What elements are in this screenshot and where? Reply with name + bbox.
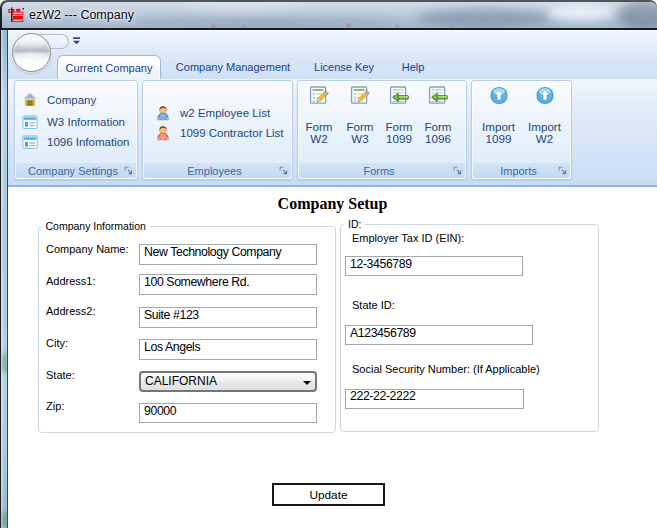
window-title: ezW2 --- Company (29, 2, 134, 28)
ribbon-body: Company W3 Information (8, 79, 657, 187)
city-label: City: (46, 337, 68, 350)
ribbon-item-label: FormW2 (296, 121, 342, 144)
w3-information-button[interactable]: W3 Information (22, 112, 125, 132)
update-button[interactable]: Update (272, 483, 385, 506)
address2-label: Address2: (46, 305, 96, 318)
group-caption: Forms (299, 163, 465, 178)
ribbon-group-imports: Import1099 ImportW2 Imports (471, 80, 572, 180)
ribbon-item-label: w2 Employee List (180, 107, 270, 119)
tab-current-company[interactable]: Current Company (57, 55, 161, 79)
glass-speck (347, 24, 350, 27)
state-select[interactable]: CALIFORNIA (139, 371, 317, 392)
ribbon-item-label: W3 Information (47, 116, 125, 128)
title-bar[interactable]: ezW2 --- Company (0, 0, 657, 30)
form-w3-button[interactable]: FormW3 (341, 83, 379, 161)
company-name-label: Company Name: (46, 243, 129, 256)
ribbon-item-label: Form1096 (415, 121, 461, 144)
ribbon-item-label: ImportW2 (522, 121, 568, 144)
form-window-icon (22, 114, 38, 130)
form-import-icon (428, 86, 448, 106)
address1-input[interactable] (139, 274, 317, 295)
company-information-groupbox: Company Information Company Name: Addres… (38, 226, 336, 433)
form-w2-button[interactable]: FormW2 (300, 83, 338, 161)
ribbon-item-label: 1099 Contractor List (180, 127, 284, 139)
ribbon-item-label: Import1099 (476, 121, 522, 144)
w2-employee-list-button[interactable]: w2 Employee List (155, 103, 270, 123)
dialog-launcher-icon[interactable] (124, 166, 134, 176)
form-window-icon (22, 134, 38, 150)
state-label: State: (46, 369, 75, 382)
ribbon-group-company-settings: Company W3 Information (14, 80, 138, 180)
zip-label: Zip: (46, 400, 64, 413)
form-1099-button[interactable]: Form1099 (380, 83, 418, 161)
group-caption: Employees (144, 163, 291, 178)
combo-dropdown-arrow-icon (303, 381, 311, 385)
ribbon-group-employees: w2 Employee List 1099 Contractor List Em… (142, 80, 293, 180)
home-icon (22, 92, 38, 108)
ribbon: Company W3 Information (8, 30, 657, 187)
application-orb-button[interactable] (12, 33, 51, 72)
company-name-input[interactable] (139, 244, 317, 265)
glass-blur-blob (417, 8, 552, 28)
groupbox-legend: Company Information (42, 220, 150, 233)
import-w2-button[interactable]: ImportW2 (526, 83, 564, 161)
ribbon-item-label: Company (47, 94, 96, 106)
glass-blur-blob (182, 2, 302, 10)
1099-contractor-list-button[interactable]: 1099 Contractor List (155, 123, 284, 143)
ssn-label: Social Security Number: (If Applicable) (352, 363, 540, 376)
zip-input[interactable] (139, 403, 317, 423)
ssn-input[interactable] (345, 389, 524, 409)
glass-speck (396, 25, 399, 28)
import-1099-button[interactable]: Import1099 (480, 83, 518, 161)
group-caption: Company Settings (16, 163, 136, 178)
tab-help[interactable]: Help (393, 55, 433, 79)
tab-company-management[interactable]: Company Management (170, 55, 296, 79)
dialog-launcher-icon[interactable] (279, 166, 289, 176)
ribbon-item-label: 1096 Infomation (47, 136, 129, 148)
person-blue-icon (155, 105, 171, 121)
glass-blur-blob (132, 18, 392, 28)
1096-information-button[interactable]: 1096 Infomation (22, 132, 129, 152)
state-id-label: State ID: (352, 299, 395, 312)
address2-input[interactable] (139, 307, 317, 328)
ein-label: Employer Tax ID (EIN): (352, 232, 464, 245)
form-1096-button[interactable]: Form1096 (419, 83, 457, 161)
qat-dropdown-icon[interactable] (72, 37, 81, 45)
glass-speck (212, 25, 215, 28)
ribbon-group-forms: FormW2 (297, 80, 467, 180)
ein-input[interactable] (345, 256, 523, 276)
glass-blur-blob (618, 2, 657, 28)
address1-label: Address1: (46, 275, 96, 288)
form-edit-icon (350, 86, 370, 106)
page-title: Company Setup (8, 195, 657, 213)
person-red-icon (155, 125, 171, 141)
glass-speck (450, 25, 453, 28)
ezw2-app-icon[interactable] (8, 7, 24, 23)
glass-blur-blob (547, 5, 615, 20)
form-edit-icon (309, 86, 329, 106)
group-caption: Imports (473, 163, 570, 178)
dialog-launcher-icon[interactable] (558, 166, 568, 176)
glass-speck (242, 26, 245, 28)
form-import-icon (389, 86, 409, 106)
state-id-input[interactable] (345, 325, 533, 345)
tab-license-key[interactable]: License Key (306, 55, 382, 79)
groupbox-legend: ID: (344, 218, 365, 231)
state-select-value: CALIFORNIA (145, 374, 217, 388)
id-groupbox: ID: Employer Tax ID (EIN): State ID: Soc… (340, 224, 599, 432)
import-icon (535, 86, 554, 105)
import-icon (489, 86, 508, 105)
company-button[interactable]: Company (22, 90, 96, 110)
dialog-launcher-icon[interactable] (453, 166, 463, 176)
city-input[interactable] (139, 339, 317, 360)
